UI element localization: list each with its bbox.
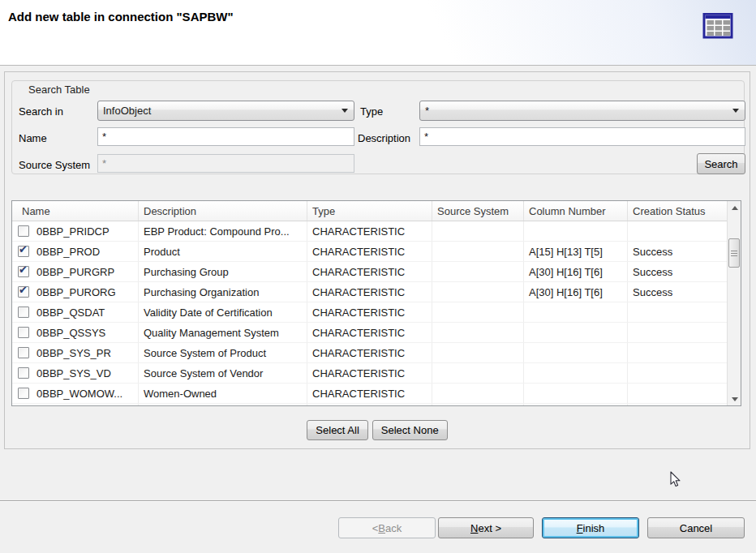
row-name: 0BBP_PURGRP: [37, 266, 114, 278]
row-description: Women-Owned: [139, 384, 307, 403]
table-row[interactable]: ✔0BBP_PROD Product CHARACTERISTIC A[15] …: [12, 242, 741, 262]
back-button: < Back: [338, 517, 436, 538]
next-button[interactable]: Next >: [438, 517, 534, 538]
description-label: Description: [358, 132, 410, 144]
column-header-creation-status[interactable]: Creation Status: [628, 201, 728, 221]
row-name: 0BBP_QSDAT: [37, 307, 105, 319]
row-column-number: [524, 343, 628, 362]
row-column-number: A[15] H[13] T[5]: [524, 242, 628, 261]
select-all-button[interactable]: Select All: [307, 420, 367, 440]
row-column-number: A[30] H[16] T[6]: [524, 282, 628, 302]
row-description: Product: [139, 242, 307, 261]
row-checkbox[interactable]: ✔: [18, 225, 29, 237]
column-header-column-number[interactable]: Column Number: [524, 201, 628, 221]
finish-label-post: inish: [583, 522, 605, 534]
name-label: Name: [19, 132, 47, 144]
row-source-system: [432, 242, 524, 261]
table-row[interactable]: ✔0BBP_PURGRP Purchasing Group CHARACTERI…: [12, 262, 741, 282]
row-description: Validity Date of Certification: [139, 302, 307, 322]
check-icon: ✔: [19, 244, 28, 255]
row-creation-status: [628, 363, 728, 383]
row-creation-status: Success: [628, 282, 728, 302]
next-label-post: ext >: [478, 522, 501, 534]
row-source-system: [432, 262, 524, 281]
finish-label-key: F: [577, 522, 583, 534]
cancel-button[interactable]: Cancel: [647, 517, 745, 538]
row-creation-status: [628, 343, 728, 362]
row-checkbox[interactable]: ✔: [18, 246, 29, 257]
back-label-pre: <: [372, 522, 379, 534]
mouse-cursor: [670, 471, 681, 487]
row-checkbox[interactable]: ✔: [18, 347, 29, 358]
row-creation-status: Success: [628, 262, 728, 281]
row-source-system: [432, 221, 524, 241]
row-checkbox[interactable]: ✔: [18, 327, 29, 338]
table-row[interactable]: ✔0BBP_SYS_VD Source System of Vendor CHA…: [12, 363, 741, 384]
row-creation-status: [628, 323, 728, 342]
dialog-title: Add new table in connection "SAPBW": [8, 10, 234, 24]
row-description: EBP Product: Compound Pro...: [139, 221, 307, 241]
row-name: 0BBP_WOMOW...: [37, 388, 122, 400]
chevron-down-icon: [341, 109, 348, 113]
row-description: Source System of Product: [139, 343, 307, 362]
row-checkbox[interactable]: ✔: [18, 367, 29, 379]
scroll-up-button[interactable]: [728, 201, 741, 214]
row-checkbox[interactable]: ✔: [18, 266, 29, 277]
column-header-name[interactable]: Name: [12, 201, 139, 221]
scrollbar-thumb[interactable]: [728, 238, 740, 268]
row-description: Purchasing Organization: [139, 282, 307, 302]
wizard-button-bar: < Back Next > Finish Cancel: [0, 517, 756, 538]
column-header-description[interactable]: Description: [139, 201, 307, 221]
row-description: Quality Management System: [139, 323, 307, 342]
row-description: Purchasing Group: [139, 262, 307, 281]
row-name: 0BBP_SYS_VD: [37, 367, 111, 379]
row-name: 0BBP_SYS_PR: [37, 347, 111, 359]
check-icon: ✔: [19, 285, 28, 296]
row-name: 0BBP_PRIDCP: [37, 225, 110, 238]
row-name: 0BBP_QSSYS: [37, 327, 105, 339]
description-input[interactable]: [419, 127, 745, 146]
table-row[interactable]: ✔0BBP_SYS_PR Source System of Product CH…: [12, 343, 741, 363]
column-header-type[interactable]: Type: [307, 201, 432, 221]
row-checkbox[interactable]: ✔: [18, 286, 29, 298]
row-type: CHARACTERISTIC: [307, 343, 432, 362]
table-row[interactable]: ✔0BBP_QSSYS Quality Management System CH…: [12, 323, 741, 343]
check-icon: ✔: [19, 264, 28, 276]
search-button[interactable]: Search: [697, 153, 745, 174]
table-icon: [702, 13, 733, 39]
row-source-system: [432, 384, 524, 403]
next-label-key: N: [470, 522, 478, 534]
table-row-partial[interactable]: [12, 404, 741, 406]
row-type: CHARACTERISTIC: [307, 242, 432, 261]
type-value: *: [425, 105, 429, 117]
finish-button[interactable]: Finish: [542, 517, 639, 538]
row-type: CHARACTERISTIC: [307, 323, 432, 342]
row-type: CHARACTERISTIC: [307, 384, 432, 403]
footer-divider-highlight: [0, 501, 756, 502]
back-label-key: B: [378, 522, 385, 534]
vertical-scrollbar[interactable]: [727, 201, 741, 405]
triangle-down-icon: [732, 397, 738, 401]
scroll-down-button[interactable]: [728, 392, 741, 405]
search-in-combobox[interactable]: InfoObject: [97, 101, 354, 121]
row-column-number: [524, 302, 628, 322]
table-row[interactable]: ✔0BBP_PURORG Purchasing Organization CHA…: [12, 282, 741, 302]
table-row[interactable]: ✔0BBP_PRIDCP EBP Product: Compound Pro..…: [12, 221, 741, 242]
table-row[interactable]: ✔0BBP_QSDAT Validity Date of Certificati…: [12, 302, 741, 323]
search-in-label: Search in: [19, 105, 63, 118]
select-none-button[interactable]: Select None: [372, 420, 448, 440]
chevron-down-icon: [732, 109, 739, 113]
triangle-up-icon: [732, 206, 738, 210]
row-type: CHARACTERISTIC: [307, 302, 432, 322]
row-type: CHARACTERISTIC: [307, 363, 432, 383]
type-combobox[interactable]: *: [419, 101, 745, 121]
row-checkbox[interactable]: ✔: [18, 388, 29, 399]
source-system-label: Source System: [19, 159, 90, 171]
column-header-source-system[interactable]: Source System: [432, 201, 524, 221]
name-input[interactable]: [97, 127, 354, 146]
row-checkbox[interactable]: ✔: [18, 307, 29, 318]
row-type: CHARACTERISTIC: [307, 221, 432, 241]
row-column-number: [524, 384, 628, 403]
table-row[interactable]: ✔0BBP_WOMOW... Women-Owned CHARACTERISTI…: [12, 384, 741, 404]
row-column-number: [524, 323, 628, 342]
